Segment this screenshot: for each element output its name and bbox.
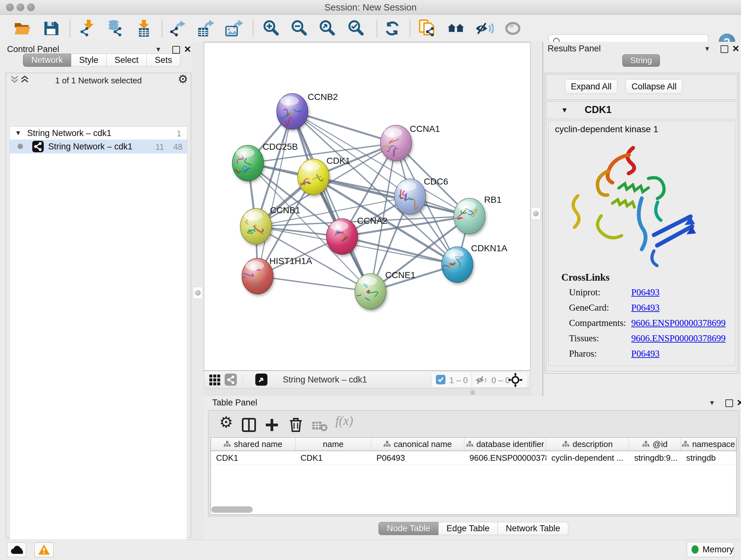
show-all-icon[interactable] <box>503 19 522 38</box>
table-cell[interactable]: cyclin-dependent ... <box>546 451 629 464</box>
collection-expand-icon[interactable]: ▼ <box>15 129 21 137</box>
network-options-gear-icon[interactable]: ⚙ <box>178 72 188 86</box>
node-label: HIST1H1A <box>269 256 312 266</box>
selected-checkbox-icon[interactable] <box>436 375 446 384</box>
hierarchy-icon <box>562 439 569 449</box>
protein-section-expand-icon[interactable]: ▼ <box>561 106 568 114</box>
import-network-from-database-icon[interactable] <box>105 19 125 38</box>
table-horizontal-scrollbar[interactable] <box>211 506 253 513</box>
network-row-selected[interactable]: String Network – cdk1 11 48 <box>10 139 187 153</box>
add-column-icon[interactable] <box>266 419 278 432</box>
save-session-icon[interactable] <box>42 19 61 38</box>
control-panel-menu-icon[interactable]: ▾ <box>156 45 160 54</box>
right-splitter-handle[interactable] <box>531 207 541 220</box>
tab-network[interactable]: Network <box>23 54 71 67</box>
network-node-cdkn1a[interactable]: CDKN1A <box>439 243 508 283</box>
table-settings-gear-icon[interactable]: ⚙ <box>219 413 233 431</box>
birds-eye-view-icon[interactable] <box>255 374 267 386</box>
import-table-icon[interactable] <box>135 19 154 38</box>
control-panel-float-icon[interactable] <box>172 46 180 54</box>
table-cell[interactable]: 9606.ENSP00000378699 <box>464 451 546 464</box>
fit-selected-crosshair-icon[interactable] <box>508 373 523 388</box>
results-panel-float-icon[interactable] <box>721 45 728 53</box>
export-image-icon[interactable] <box>225 19 244 38</box>
network-node-hist1h1a[interactable]: HIST1H1A <box>240 256 312 294</box>
node-label: CCNB1 <box>270 205 300 215</box>
table-row[interactable]: CDK1CDK1P064939606.ENSP00000378699cyclin… <box>211 451 736 465</box>
network-collection-row[interactable]: ▼ String Network – cdk1 1 <box>10 127 187 139</box>
crosslink-link[interactable]: P06493 <box>631 287 660 298</box>
toolbar-divider <box>377 20 377 37</box>
tab-sets[interactable]: Sets <box>147 54 180 67</box>
delete-table-icon[interactable] <box>313 420 328 433</box>
tab-edge-table[interactable]: Edge Table <box>439 522 498 535</box>
column-header-shared-name[interactable]: shared name <box>211 438 295 450</box>
control-panel-close-icon[interactable]: ✕ <box>184 44 191 55</box>
collection-label: String Network – cdk1 <box>27 128 111 138</box>
zoom-out-icon[interactable] <box>290 19 309 38</box>
network-edge[interactable] <box>258 276 370 292</box>
cloud-button[interactable] <box>7 543 26 557</box>
crosslink-link[interactable]: 9606.ENSP00000378699 <box>631 318 726 328</box>
crosslink-link[interactable]: P06493 <box>631 302 660 313</box>
table-cell[interactable]: stringdb:9... <box>629 451 681 464</box>
network-node-rb1[interactable]: RB1 <box>454 195 501 234</box>
clone-network-icon[interactable] <box>418 19 437 38</box>
column-header-description[interactable]: description <box>546 438 629 450</box>
tab-network-table[interactable]: Network Table <box>498 522 569 535</box>
column-header-name[interactable]: name <box>295 438 372 450</box>
crosslink-link[interactable]: P06493 <box>631 348 660 359</box>
table-cell[interactable]: P06493 <box>371 451 464 464</box>
column-header-namespace[interactable]: namespace <box>681 438 736 450</box>
delete-column-icon[interactable] <box>289 418 303 434</box>
network-node-ccne1[interactable]: CCNE1 <box>355 270 415 309</box>
table-panel-menu-icon[interactable]: ▾ <box>710 398 714 407</box>
table-cell[interactable]: CDK1 <box>211 451 295 464</box>
hide-selected-icon[interactable] <box>475 19 494 38</box>
home-view-icon[interactable] <box>447 19 466 38</box>
tab-node-table[interactable]: Node Table <box>379 522 439 535</box>
network-node-ccnb2[interactable]: CCNB2 <box>277 92 338 129</box>
zoom-fit-icon[interactable] <box>318 19 337 38</box>
expand-all-button[interactable]: Expand All <box>565 79 617 94</box>
network-node-ccna1[interactable]: CCNA1 <box>381 124 440 161</box>
export-network-icon[interactable] <box>168 19 187 38</box>
network-view-share-icon[interactable] <box>225 374 237 386</box>
horizontal-splitter[interactable] <box>204 388 542 396</box>
function-builder-icon[interactable]: f(x) <box>335 413 353 428</box>
grid-view-icon[interactable] <box>209 374 220 387</box>
tab-select[interactable]: Select <box>107 54 147 67</box>
results-panel-close-icon[interactable]: ✕ <box>732 44 739 54</box>
column-header-canonical-name[interactable]: canonical name <box>371 438 464 450</box>
crosslink-link[interactable]: 9606.ENSP00000378699 <box>631 333 726 344</box>
export-table-icon[interactable] <box>196 19 215 38</box>
hidden-eye-icon[interactable] <box>475 375 488 386</box>
show-columns-icon[interactable] <box>242 418 256 434</box>
table-panel-float-icon[interactable] <box>725 399 733 407</box>
splitter-handle-dot[interactable] <box>470 390 475 395</box>
zoom-in-icon[interactable] <box>262 19 281 38</box>
results-panel-menu-icon[interactable]: ▾ <box>705 44 709 53</box>
refresh-layout-icon[interactable] <box>383 19 402 38</box>
network-canvas[interactable]: CCNB2CCNA1CDC25BCDK1CDC6RB1CCNB1CCNA2CDK… <box>204 42 530 371</box>
column-header--id[interactable]: @id <box>629 438 681 450</box>
right-splitter[interactable] <box>530 42 542 396</box>
network-edge[interactable] <box>292 111 396 143</box>
table-cell[interactable]: stringdb <box>681 451 736 464</box>
collapse-all-button[interactable]: Collapse All <box>625 79 683 94</box>
warnings-button[interactable] <box>35 543 54 557</box>
cloud-icon <box>10 545 23 554</box>
tab-style[interactable]: Style <box>71 54 107 67</box>
string-results-box: Expand All Collapse All ▼ CDK1 cyclin-de… <box>544 73 739 374</box>
table-panel-close-icon[interactable]: ✕ <box>737 397 741 408</box>
left-splitter-handle[interactable] <box>193 287 203 299</box>
import-network-icon[interactable] <box>78 19 97 38</box>
open-file-icon[interactable] <box>13 19 32 38</box>
left-splitter[interactable] <box>192 42 204 540</box>
tab-string[interactable]: String <box>622 54 660 67</box>
network-graph[interactable]: CCNB2CCNA1CDC25BCDK1CDC6RB1CCNB1CCNA2CDK… <box>204 43 530 370</box>
table-cell[interactable]: CDK1 <box>295 451 372 464</box>
column-header-database-identifier[interactable]: database identifier <box>464 438 546 450</box>
memory-button[interactable]: Memory <box>687 542 734 557</box>
zoom-selected-icon[interactable] <box>347 19 366 38</box>
